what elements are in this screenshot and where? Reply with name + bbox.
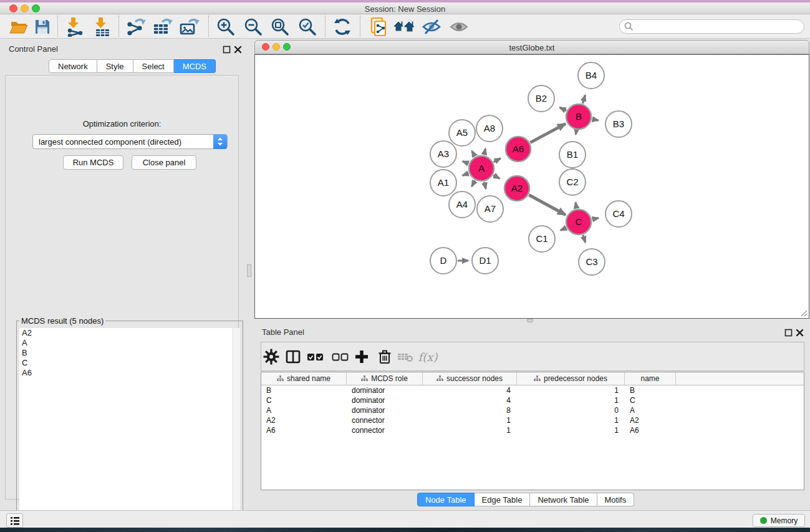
vertical-split-handle[interactable] [247, 264, 251, 277]
mcds-result-item[interactable]: B [19, 348, 240, 358]
criterion-dropdown[interactable]: largest connected component (directed) [32, 134, 228, 149]
float-panel-icon[interactable] [223, 46, 231, 54]
mcds-result-item[interactable]: A [19, 338, 240, 348]
graph-edge-C-C4[interactable] [592, 218, 599, 220]
graph-node-A2[interactable]: A2 [504, 176, 529, 201]
tab-mcds[interactable]: MCDS [174, 59, 216, 73]
graph-node-A4[interactable]: A4 [449, 191, 475, 218]
network-canvas[interactable]: B4B2BB3A8A5A6A3B1AA1C2A2A4A7C4CC1C3DD1 [254, 54, 809, 319]
task-history-button[interactable] [6, 513, 23, 528]
search-input[interactable] [619, 19, 804, 34]
graph-edge-B-B2[interactable] [560, 107, 566, 110]
graph-edge-A-A7[interactable] [485, 182, 486, 189]
column-header-successor-nodes[interactable]: successor nodes [423, 372, 517, 385]
graph-node-A8[interactable]: A8 [476, 115, 503, 142]
table-cell[interactable]: 4 [423, 395, 517, 405]
tab-node-table[interactable]: Node Table [417, 493, 475, 506]
graph-edge-B-B4[interactable] [582, 95, 585, 104]
table-row[interactable]: Cdominator41C [261, 395, 804, 405]
graph-node-B3[interactable]: B3 [605, 111, 632, 137]
graph-node-C[interactable]: C [566, 210, 591, 235]
mcds-result-item[interactable]: A6 [19, 368, 240, 378]
table-cell[interactable]: 1 [423, 415, 517, 425]
tab-motifs[interactable]: Motifs [597, 493, 635, 506]
table-cell[interactable]: C [625, 395, 676, 405]
zoom-out-icon[interactable] [242, 17, 264, 37]
table-cell[interactable]: 1 [517, 415, 625, 425]
new-network-from-selection-icon[interactable] [368, 17, 390, 37]
graph-edge-A2-C[interactable] [529, 195, 566, 215]
gear-icon[interactable] [263, 349, 280, 365]
table-cell[interactable]: connector [347, 425, 423, 435]
graph-edge-A-A3[interactable] [463, 162, 469, 164]
graph-node-A7[interactable]: A7 [477, 196, 503, 222]
table-cell[interactable]: A2 [625, 415, 676, 425]
delete-column-icon[interactable] [376, 349, 393, 365]
table-cell[interactable]: dominator [347, 385, 423, 395]
export-table-icon[interactable] [152, 17, 174, 37]
table-cell[interactable]: 0 [517, 405, 625, 415]
table-cell[interactable]: 1 [517, 395, 625, 405]
table-cell[interactable]: 4 [423, 385, 517, 395]
show-all-icon[interactable] [448, 17, 470, 37]
graph-edge-A-A4[interactable] [472, 180, 475, 186]
zoom-fit-icon[interactable] [269, 17, 291, 37]
table-row[interactable]: A6connector11A6 [261, 425, 804, 435]
graph-node-A6[interactable]: A6 [506, 137, 531, 162]
graph-edge-A-A8[interactable] [484, 148, 485, 155]
tab-style[interactable]: Style [97, 59, 133, 73]
memory-button[interactable]: Memory [753, 514, 805, 527]
export-network-icon[interactable] [125, 17, 147, 37]
table-cell[interactable]: 1 [517, 385, 625, 395]
mcds-result-list[interactable]: A2ABCA6 [19, 328, 240, 530]
graph-edge-B-B3[interactable] [592, 119, 599, 120]
graph-edge-C-C2[interactable] [576, 203, 577, 209]
mcds-result-item[interactable]: A2 [19, 328, 240, 338]
graph-node-C4[interactable]: C4 [605, 201, 632, 227]
table-cell[interactable]: 1 [423, 425, 517, 435]
graph-node-C2[interactable]: C2 [559, 169, 586, 195]
graph-edge-A6-B[interactable] [530, 123, 565, 142]
run-mcds-button[interactable]: Run MCDS [63, 155, 123, 170]
graph-node-C1[interactable]: C1 [529, 226, 555, 252]
table-cell[interactable]: 1 [517, 425, 625, 435]
import-network-icon[interactable] [64, 17, 86, 37]
table-cell[interactable]: A6 [261, 425, 347, 435]
graph-node-B4[interactable]: B4 [578, 62, 604, 89]
tab-edge-table[interactable]: Edge Table [475, 493, 531, 506]
close-panel-icon[interactable] [234, 46, 242, 54]
table-cell[interactable]: B [261, 385, 347, 395]
float-panel-icon[interactable] [784, 329, 793, 337]
zoom-in-icon[interactable] [215, 17, 237, 37]
graph-edge-A-A2[interactable] [493, 175, 499, 179]
apply-layout-icon[interactable] [331, 17, 354, 37]
network-window-titlebar[interactable]: testGlobe.txt [254, 40, 809, 54]
graph-edge-A-A1[interactable] [463, 173, 469, 176]
table-cell[interactable]: A6 [625, 425, 676, 435]
select-all-icon[interactable] [307, 349, 324, 365]
export-image-icon[interactable] [178, 17, 201, 37]
split-columns-icon[interactable] [284, 349, 302, 365]
import-table-icon[interactable] [91, 17, 113, 37]
graph-edge-B-B1[interactable] [576, 130, 576, 135]
save-icon[interactable] [31, 17, 54, 37]
graph-node-B2[interactable]: B2 [528, 85, 554, 112]
add-column-icon[interactable] [353, 349, 370, 365]
table-cell[interactable]: dominator [347, 405, 423, 415]
table-cell[interactable]: dominator [347, 395, 423, 405]
tab-select[interactable]: Select [133, 59, 174, 73]
home-icon[interactable] [393, 17, 415, 37]
graph-node-A1[interactable]: A1 [430, 170, 456, 196]
table-cell[interactable]: connector [347, 415, 423, 425]
column-header-predecessor-nodes[interactable]: predecessor nodes [517, 372, 625, 385]
table-cell[interactable]: A [625, 405, 676, 415]
tab-network[interactable]: Network [49, 59, 97, 73]
graph-node-A5[interactable]: A5 [449, 120, 475, 146]
table-cell[interactable]: 8 [423, 405, 517, 415]
table-row[interactable]: A2connector11A2 [261, 415, 804, 425]
graph-edge-A-A6[interactable] [493, 158, 500, 162]
table-row[interactable]: Adominator80A [261, 405, 804, 415]
table-cell[interactable]: C [261, 395, 347, 405]
graph-edge-C-C3[interactable] [583, 235, 586, 243]
tab-network-table[interactable]: Network Table [530, 493, 597, 506]
